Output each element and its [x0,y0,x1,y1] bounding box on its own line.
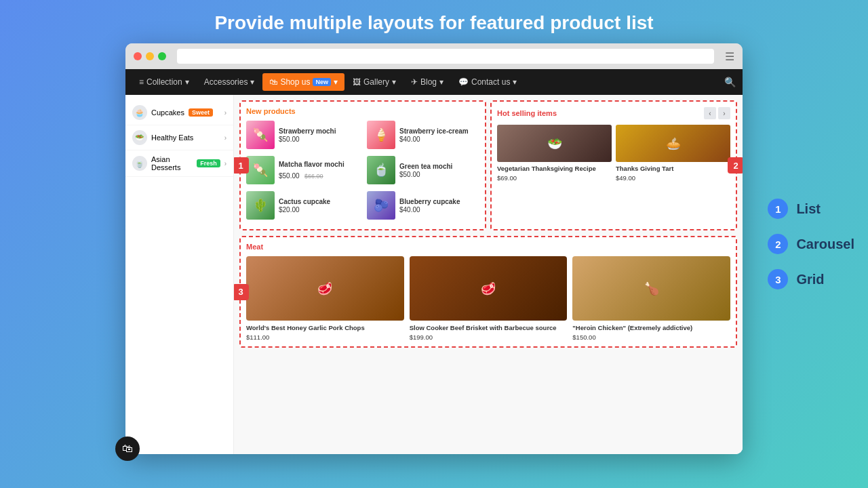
chevron-right-icon: › [224,109,226,117]
chevron-down-icon: ▾ [185,77,189,87]
chevron-down-icon: ▾ [334,77,338,87]
grid-product-img: 🥩 [410,256,568,321]
dot-green[interactable] [158,52,166,60]
sidebar-label: Cupcakes [151,108,184,117]
hot-product-img: 🥧 [616,125,730,162]
nav-bar: ≡ Collection ▾ Accessories ▾ 🛍 Shop us N… [125,69,743,95]
dot-red[interactable] [134,52,142,60]
avatar: 🧁 [132,105,147,120]
list-item: 🌵 Cactus cupcake $20.00 [246,191,359,220]
sweet-tag: Sweet [189,108,213,117]
list-item: 🥩 World's Best Honey Garlic Pork Chops $… [246,256,404,341]
gallery-icon: 🖼 [353,77,361,87]
grid-icon: ≡ [139,77,144,87]
product-price: $50.00 [279,136,336,143]
hot-product-img: 🥗 [497,125,612,162]
meat-title: Meat [246,243,730,251]
grid-product-price: $150.00 [572,333,730,341]
list-item: 🍵 Green tea mochi $50.00 [367,156,479,184]
carousel-prev-button[interactable]: ‹ [704,107,716,119]
badge-2: 2 [728,157,743,174]
product-thumb: 🍵 [367,156,395,184]
list-item: 🥧 Thanks Giving Tart $49.00 [616,125,730,182]
list-item: 🥗 Vegetarian Thanksgiving Recipe $69.00 [497,125,612,182]
grid-products: 🥩 World's Best Honey Garlic Pork Chops $… [246,256,730,341]
hot-products-grid: 🥗 Vegetarian Thanksgiving Recipe $69.00 … [497,125,730,182]
grid-product-price: $199.00 [410,333,568,341]
chevron-right-icon: › [224,134,226,142]
grid-product-name: "Heroin Chicken" (Extremely addictive) [572,324,730,332]
grid-product-name: Slow Cooker Beef Brisket with Barbecue s… [410,324,568,332]
carousel-next-button[interactable]: › [718,107,730,119]
fresh-tag: Fresh [197,159,220,167]
page-title: Provide multiple layouts for featured pr… [201,0,667,43]
grid-product-name: World's Best Honey Garlic Pork Chops [246,324,404,332]
chevron-down-icon: ▾ [439,77,443,87]
grid-product-img: 🥩 [246,256,404,321]
shopify-icon[interactable]: 🛍 [115,436,140,461]
nav-contact[interactable]: 💬 Contact us ▾ [452,73,524,91]
legend-badge-2: 2 [768,234,788,254]
legend-label-carousel: Carousel [796,237,854,252]
content-area: 1 New products 🍡 Strawberry mochi $50.00 [234,95,743,454]
legend-badge-3: 3 [768,269,788,289]
nav-gallery[interactable]: 🖼 Gallery ▾ [346,73,403,91]
product-thumb: 🍦 [367,121,395,149]
product-thumb: 🍡 [246,121,275,149]
nav-accessories[interactable]: Accessories ▾ [197,73,262,91]
hot-selling-section: 2 Hot selling items ‹ › 🥗 Vegetarian Tha… [490,100,737,230]
list-item: 🥩 Slow Cooker Beef Brisket with Barbecue… [410,256,568,341]
legend-item-list: 1 List [768,199,854,219]
browser-window: ☰ ≡ Collection ▾ Accessories ▾ 🛍 Shop us… [125,43,743,454]
sidebar-label: Asian Desserts [151,155,193,171]
list-item: 🫐 Blueberry cupcake $40.00 [367,191,479,220]
nav-search[interactable]: 🔍 [724,77,736,87]
hot-selling-title: Hot selling items [497,109,557,117]
browser-titlebar: ☰ [125,43,743,69]
chevron-down-icon: ▾ [513,77,517,87]
main-content: 🧁 Cupcakes Sweet › 🥗 Healthy Eats › 🍵 As… [125,95,743,454]
list-item: 🍡 Matcha flavor mochi $50.00 $66.00 [246,156,359,184]
nav-blog[interactable]: ✈ Blog ▾ [404,73,450,91]
chevron-down-icon: ▾ [392,77,396,87]
product-thumb: 🍡 [246,156,275,184]
address-bar[interactable] [177,49,714,64]
grid-product-price: $111.00 [246,333,404,341]
hot-product-name: Thanks Giving Tart [616,165,730,173]
nav-collection[interactable]: ≡ Collection ▾ [132,73,196,91]
legend-label-list: List [796,201,821,217]
product-price: $40.00 [399,136,469,143]
carousel-nav: ‹ › [704,107,730,119]
sidebar-item-asian[interactable]: 🍵 Asian Desserts Fresh › [125,150,233,177]
product-name: Matcha flavor mochi [279,160,344,169]
blog-icon: ✈ [411,77,418,87]
hamburger-icon[interactable]: ☰ [725,50,734,63]
product-price: $50.00 [399,171,452,178]
legend-item-grid: 3 Grid [768,269,854,289]
product-name: Blueberry cupcake [399,197,460,206]
legend-badge-1: 1 [768,199,788,219]
dot-yellow[interactable] [146,52,154,60]
list-item: 🍗 "Heroin Chicken" (Extremely addictive)… [572,256,730,341]
legend-label-grid: Grid [796,272,824,287]
product-name: Cactus cupcake [279,197,330,206]
new-products-section: 1 New products 🍡 Strawberry mochi $50.00 [239,100,486,230]
product-price: $50.00 [279,172,300,180]
sidebar-item-cupcakes[interactable]: 🧁 Cupcakes Sweet › [125,100,233,125]
sidebar-item-healthy[interactable]: 🥗 Healthy Eats › [125,125,233,150]
product-thumb: 🫐 [367,191,395,220]
avatar: 🥗 [132,130,147,145]
list-item: 🍦 Strawberry ice-cream $40.00 [367,121,479,149]
product-price: $40.00 [399,206,460,214]
product-thumb: 🌵 [246,191,275,220]
legend: 1 List 2 Carousel 3 Grid [768,199,854,289]
product-price: $20.00 [279,206,330,214]
hot-product-name: Vegetarian Thanksgiving Recipe [497,165,612,173]
grid-product-img: 🍗 [572,256,730,321]
sidebar: 🧁 Cupcakes Sweet › 🥗 Healthy Eats › 🍵 As… [125,95,234,454]
hot-product-price: $69.00 [497,174,612,182]
new-badge: New [313,78,331,86]
nav-shop[interactable]: 🛍 Shop us New ▾ [262,73,344,91]
list-item: 🍡 Strawberry mochi $50.00 [246,121,359,149]
product-name: Strawberry mochi [279,127,336,136]
